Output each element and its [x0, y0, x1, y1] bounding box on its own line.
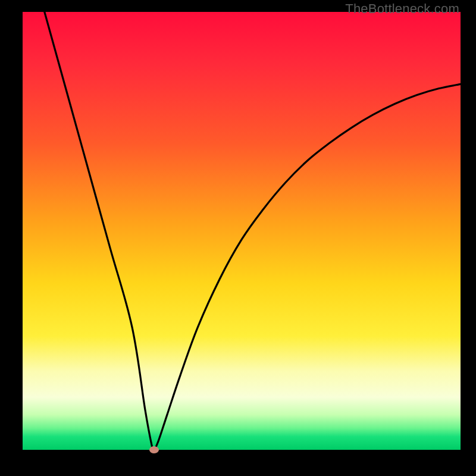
bottleneck-curve	[23, 12, 461, 450]
chart-frame: TheBottleneck.com	[0, 0, 476, 476]
selected-point-marker	[149, 446, 159, 453]
watermark-text: TheBottleneck.com	[345, 1, 459, 17]
plot-area	[23, 12, 461, 450]
curve-path	[45, 12, 461, 450]
